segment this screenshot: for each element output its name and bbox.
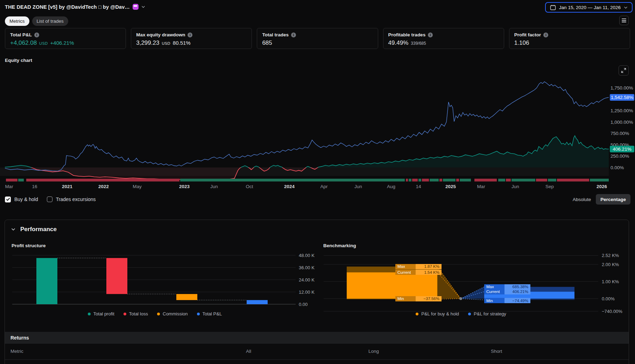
equity-xtick: 14 [416,184,421,189]
card-value: +4,062.08 [10,40,37,47]
returns-col-short: Short [491,349,502,354]
profit-structure-title: Profit structure [12,243,46,248]
equity-xtick: Apr [320,184,328,189]
equity-ytick: 1,250.00% [611,108,633,113]
card-value: 685 [262,40,272,47]
info-icon[interactable]: i [543,33,548,37]
absolute-option[interactable]: Absolute [573,197,591,202]
equity-xtick: Jun [511,184,519,189]
strategy-icon[interactable] [133,4,139,10]
legend-item: Commission [157,311,188,316]
card-value: 1.106 [514,40,529,47]
benchmarking-legend: P&L for buy & holdP&L for strategy [324,311,598,316]
tabs: Metrics List of trades [5,16,68,26]
returns-col-long: Long [368,349,379,354]
buyhold-line-negative [5,136,609,180]
checkbox-checked-icon [5,197,11,202]
equity-ytick: 750.00% [611,131,629,136]
metric-cards: Total P&Li +4,062.08USD+406.21% Max equi… [5,28,630,49]
equity-xtick: Aug [387,184,395,189]
date-range-picker[interactable]: Jan 15, 2020 — Jan 11, 2026 [545,2,633,13]
equity-ytick: 1,000.00% [611,120,633,125]
tab-list-of-trades[interactable]: List of trades [32,16,68,26]
card-total-trades: Total tradesi 685 [257,28,378,49]
benchmark-buyhold-max-row: Max1.87 K% [395,264,442,269]
trades-excursions-checkbox[interactable]: Trades excursions [47,197,96,202]
equity-xtick: 2023 [179,184,190,189]
collapse-chevron-icon [11,228,15,231]
checkbox-unchecked-icon [47,197,52,202]
legend-item: Total P&L [197,311,222,316]
equity-xtick: 16 [32,184,37,189]
equity-chart-label: Equity chart [5,58,32,63]
returns-table-header: MetricAllLongShort [5,344,629,360]
legend-item: Total loss [124,311,148,316]
chevron-down-icon[interactable] [141,6,145,8]
returns-col-all: All [246,349,251,354]
layout-options-button[interactable] [619,16,629,25]
equity-xtick: Sep [545,184,554,189]
benchmark-buyhold-min-row: Min−37.56% [395,296,442,301]
info-icon[interactable]: i [188,33,192,37]
equity-ytick: 500.00% [611,142,629,148]
legend-item: P&L for strategy [468,311,506,316]
benchmark-strategy-current-row: Current406.21% [484,289,530,294]
equity-xtick: 2025 [445,184,456,189]
equity-chart: 1,750.00%1,250.00%1,000.00%750.00%500.00… [0,82,634,189]
benchmark-buyhold-current-row: Current1.54 K% [395,270,442,275]
equity-ytick: 0.00% [611,165,624,170]
benchmark-strategy-min-row: Min−74.49% [484,298,530,303]
card-value: 49.49% [388,40,409,47]
date-range-text: Jan 15, 2020 — Jan 11, 2026 [559,5,621,10]
calendar-icon [550,5,556,10]
equity-xtick: Mar [477,184,485,189]
buy-hold-checkbox[interactable]: Buy & hold [5,197,38,202]
equity-xtick: 2021 [62,184,73,189]
card-profitable-trades: Profitable tradesi 49.49%339/685 [383,28,504,49]
equity-xtick: 2022 [98,184,109,189]
equity-xtick: Mar [5,184,13,189]
info-icon[interactable]: i [34,33,39,37]
buyhold-line [5,136,609,180]
series-toggles: Buy & hold Trades excursions [5,194,96,205]
legend-item: P&L for buy & hold [416,311,459,316]
benchmarking-title: Benchmarking [323,243,356,248]
value-mode-toggle: Absolute Percentage [573,194,630,205]
page-title: THE DEAD ZONE [v5] by @DavidTech □ by @D… [5,4,130,10]
chevron-down-icon [624,6,628,9]
header: THE DEAD ZONE [v5] by @DavidTech □ by @D… [5,4,145,10]
returns-col-metric: Metric [10,349,23,354]
equity-ytick: 250.00% [611,154,629,159]
equity-xtick: May [133,184,142,189]
last-value-badge: 406.21% [613,147,631,152]
percentage-option[interactable]: Percentage [596,194,630,205]
card-profit-factor: Profit factori 1.106 [509,28,630,49]
legend-item: Total profit [88,311,114,316]
info-icon[interactable]: i [291,33,296,37]
equity-xtick: Jun [210,184,218,189]
performance-header[interactable]: Performance [11,226,57,233]
equity-xtick: 2024 [284,184,295,189]
card-value: 3,299.23 [136,40,159,47]
card-total-pnl: Total P&Li +4,062.08USD+406.21% [5,28,126,49]
info-icon[interactable]: i [428,33,433,37]
equity-xtick: 2026 [597,184,607,189]
equity-xtick: Jun [354,184,362,189]
last-value-badge: 1,542.58% [611,95,634,100]
returns-section-header[interactable]: Returns [5,332,629,344]
strategy-line [5,82,609,171]
card-max-drawdown: Max equity drawdowni 3,299.23USD80.51% [131,28,252,49]
equity-xtick: Oct [246,184,253,189]
profit-structure-legend: Total profitTotal lossCommissionTotal P&… [10,311,299,316]
equity-ytick: 1,750.00% [611,85,633,91]
tab-metrics[interactable]: Metrics [5,16,29,26]
fullscreen-button[interactable] [619,65,629,76]
